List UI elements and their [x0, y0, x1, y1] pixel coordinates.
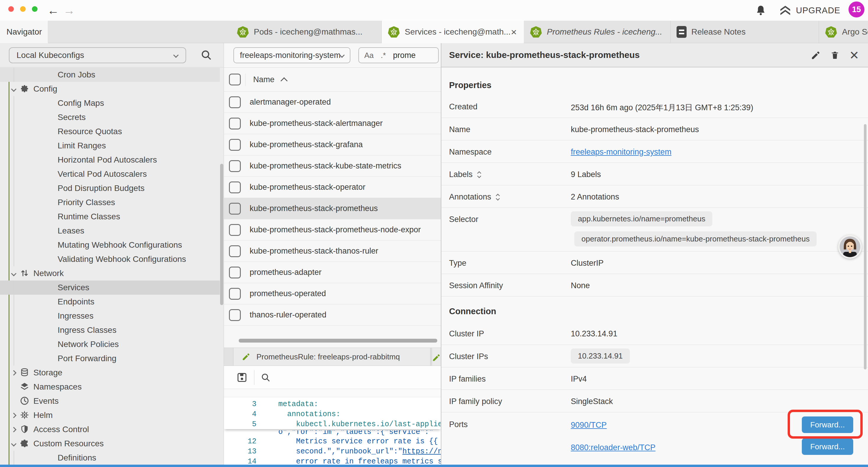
- row-checkbox[interactable]: [229, 181, 241, 193]
- sidebar-tree-item[interactable]: Network Policies: [0, 337, 220, 351]
- tab-close-icon[interactable]: ×: [511, 21, 517, 43]
- table-row[interactable]: kube-prometheus-stack-prometheus: [224, 198, 441, 219]
- editor-tab-partial[interactable]: [432, 348, 441, 366]
- row-checkbox[interactable]: [229, 160, 241, 172]
- search-icon[interactable]: [260, 372, 271, 383]
- kubeconfig-selector[interactable]: Local Kubeconfigs: [9, 47, 186, 63]
- tree-chevron-icon[interactable]: [11, 441, 16, 446]
- sidebar-tree-item[interactable]: Validating Webhook Configurations: [0, 252, 220, 266]
- sort-ascending-icon[interactable]: [281, 77, 288, 84]
- edit-pencil-icon[interactable]: [811, 50, 821, 60]
- table-row[interactable]: prometheus-adapter: [224, 262, 441, 283]
- sidebar-tree-item[interactable]: Runtime Classes: [0, 209, 220, 224]
- expand-collapse-icon[interactable]: [476, 170, 482, 179]
- row-checkbox[interactable]: [229, 288, 241, 300]
- tab-pods[interactable]: Pods - icecheng@mathmas...: [231, 21, 382, 43]
- port-link-9090[interactable]: 9090/TCP: [571, 420, 607, 430]
- traffic-light-close-button[interactable]: [8, 6, 14, 12]
- horizontal-scrollbar[interactable]: [239, 339, 437, 343]
- notification-count-badge[interactable]: 15: [848, 1, 864, 18]
- table-row[interactable]: kube-prometheus-stack-operator: [224, 177, 441, 198]
- back-arrow-icon[interactable]: ←: [47, 0, 59, 21]
- table-row[interactable]: kube-prometheus-stack-thanos-ruler: [224, 241, 441, 262]
- sidebar-tree-item[interactable]: Endpoints: [0, 295, 220, 309]
- sidebar-tree-item[interactable]: Config: [0, 82, 220, 96]
- sidebar-tree-item[interactable]: Namespaces: [0, 380, 220, 394]
- service-search-input[interactable]: Aa .* prome: [359, 47, 439, 63]
- row-checkbox[interactable]: [229, 118, 241, 129]
- sidebar-tree-item[interactable]: Port Forwarding: [0, 351, 220, 366]
- row-checkbox[interactable]: [229, 96, 241, 108]
- sidebar-tree-item[interactable]: Pod Disruption Budgets: [0, 181, 220, 195]
- sidebar-tree-item[interactable]: Vertical Pod Autoscalers: [0, 167, 220, 181]
- sidebar-tree-item[interactable]: Network: [0, 266, 220, 281]
- forward-arrow-icon[interactable]: →: [63, 0, 75, 21]
- user-avatar[interactable]: [838, 235, 862, 259]
- sidebar-tree-item[interactable]: Custom Resources: [0, 437, 220, 451]
- row-checkbox[interactable]: [229, 309, 241, 321]
- forward-button-8080[interactable]: Forward...: [802, 438, 853, 455]
- sidebar-tree-item[interactable]: Services: [0, 281, 220, 295]
- row-checkbox[interactable]: [229, 203, 241, 214]
- sidebar-tree-item[interactable]: Ingress Classes: [0, 323, 220, 337]
- chevron-down-icon: [173, 52, 179, 58]
- yaml-editor[interactable]: 3 metadata: 4 annotations: 5 kubectl.kub…: [224, 397, 441, 467]
- tree-chevron-icon[interactable]: [11, 413, 16, 418]
- sidebar-tree-item[interactable]: Access Control: [0, 422, 220, 437]
- sidebar-tree-item[interactable]: Ingresses: [0, 309, 220, 323]
- tree-chevron-icon[interactable]: [11, 271, 16, 276]
- trash-icon[interactable]: [830, 50, 840, 60]
- sidebar-scrollbar[interactable]: [220, 164, 223, 305]
- tree-chevron-icon[interactable]: [11, 370, 16, 375]
- tab-argo[interactable]: Argo Se: [819, 21, 868, 43]
- navigator-panel-tab[interactable]: Navigator: [0, 21, 48, 43]
- sidebar-tree-item[interactable]: Mutating Webhook Configurations: [0, 238, 220, 252]
- row-checkbox[interactable]: [229, 224, 241, 236]
- drawer-scrollbar[interactable]: [864, 124, 867, 370]
- table-row[interactable]: kube-prometheus-stack-prometheus-node-ex…: [224, 219, 441, 241]
- search-icon[interactable]: [200, 49, 212, 61]
- tree-chevron-icon[interactable]: [11, 86, 16, 92]
- tree-chevron-icon[interactable]: [11, 427, 16, 432]
- tab-release-notes[interactable]: Release Notes: [671, 21, 819, 43]
- sidebar-tree-item[interactable]: Resource Quotas: [0, 124, 220, 139]
- select-all-checkbox[interactable]: [229, 74, 241, 85]
- sidebar-tree-item[interactable]: Definitions: [0, 451, 220, 465]
- sidebar-tree-item[interactable]: Config Maps: [0, 96, 220, 110]
- save-icon[interactable]: [236, 372, 248, 383]
- traffic-light-minimize-button[interactable]: [20, 6, 26, 12]
- sidebar-tree-item[interactable]: Horizontal Pod Autoscalers: [0, 153, 220, 167]
- tab-services-active[interactable]: Services - icecheng@math... ×: [382, 21, 524, 43]
- table-row[interactable]: kube-prometheus-stack-alertmanager: [224, 113, 441, 134]
- expand-collapse-icon[interactable]: [495, 193, 501, 202]
- editor-tab-prometheusrule[interactable]: PrometheusRule: freeleaps-prod-rabbitmq: [233, 348, 430, 366]
- table-row[interactable]: alertmanager-operated: [224, 92, 441, 113]
- sidebar-tree-item[interactable]: Helm: [0, 408, 220, 422]
- property-row-ip-families: IP families IPv4: [441, 367, 868, 389]
- table-row[interactable]: kube-prometheus-stack-kube-state-metrics: [224, 155, 441, 177]
- sidebar-tree-item[interactable]: Events: [0, 394, 220, 408]
- traffic-light-maximize-button[interactable]: [32, 6, 37, 12]
- sidebar-tree-item[interactable]: Priority Classes: [0, 195, 220, 209]
- sidebar-tree-item[interactable]: Cron Jobs: [0, 68, 220, 82]
- row-checkbox[interactable]: [229, 245, 241, 257]
- port-link-8080[interactable]: 8080:reloader-web/TCP: [571, 443, 656, 452]
- sidebar-tree-item[interactable]: Secrets: [0, 110, 220, 124]
- table-row[interactable]: thanos-ruler-operated: [224, 304, 441, 326]
- sidebar-tree-item[interactable]: Leases: [0, 224, 220, 238]
- tab-prometheus-rules[interactable]: Prometheus Rules - icecheng...: [524, 21, 671, 43]
- namespace-link[interactable]: freeleaps-monitoring-system: [571, 147, 672, 157]
- table-row[interactable]: prometheus-operated: [224, 283, 441, 304]
- close-icon[interactable]: ✕: [849, 49, 859, 61]
- namespace-selector[interactable]: freeleaps-monitoring-system: [234, 47, 350, 63]
- row-checkbox[interactable]: [229, 139, 241, 151]
- notification-bell-icon[interactable]: [755, 4, 766, 16]
- sidebar-tree-item[interactable]: Storage: [0, 366, 220, 380]
- regex-toggle[interactable]: .*: [381, 51, 386, 60]
- table-row[interactable]: kube-prometheus-stack-grafana: [224, 134, 441, 155]
- upgrade-button[interactable]: UPGRADE: [779, 4, 840, 17]
- sidebar-tree-item[interactable]: Limit Ranges: [0, 139, 220, 153]
- name-column-header[interactable]: Name: [253, 75, 275, 84]
- row-checkbox[interactable]: [229, 267, 241, 279]
- match-case-toggle[interactable]: Aa: [364, 51, 374, 60]
